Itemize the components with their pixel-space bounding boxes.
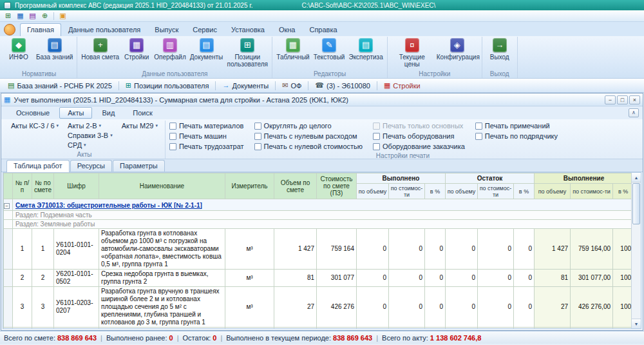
cell[interactable]: 0 — [446, 270, 478, 287]
cell[interactable]: 0 — [425, 287, 446, 328]
print-option-checkbox[interactable]: Печать примечаний — [475, 121, 558, 131]
child-titlebar[interactable]: ▦ Учет выполнения (2025.1 HID_220484133)… — [1, 94, 643, 106]
column-header[interactable]: Объем по смете — [274, 173, 317, 199]
acts-dropdown-button[interactable]: Акты М29▾ — [118, 121, 161, 130]
column-header[interactable]: Наименование — [99, 173, 225, 199]
column-header[interactable]: № по смете — [32, 173, 54, 199]
work-row[interactable]: 11У6101-0101-0204Разработка грунта в кот… — [4, 229, 634, 270]
cell[interactable]: У6201-0101-0502 — [54, 270, 99, 287]
toolbar-button[interactable]: ⊞ — [3, 11, 14, 21]
cell[interactable]: 0 — [514, 287, 535, 328]
doc-tab-1[interactable]: Ресурсы — [70, 160, 112, 172]
print-option-checkbox[interactable]: Печать с нулевой стоимостью — [254, 141, 363, 152]
cell[interactable] — [446, 328, 478, 330]
cell[interactable]: м³ — [225, 270, 274, 287]
menu-tab-2[interactable]: Выпуск — [147, 23, 185, 36]
doc-tab-2[interactable]: Параметры — [113, 160, 165, 172]
shortcut-button[interactable]: →Документы — [218, 81, 272, 91]
print-option-checkbox[interactable]: Печать оборудования — [373, 131, 465, 141]
cell[interactable] — [317, 328, 357, 330]
cell[interactable]: Разработка грунта в котлованах объемом д… — [99, 229, 225, 270]
sub-column-header[interactable]: по стоимос-ти — [389, 184, 425, 199]
shortcut-button[interactable]: ▦Стройки — [380, 81, 424, 91]
sub-column-header[interactable]: по стоимос-ти — [571, 184, 613, 199]
print-option-checkbox[interactable]: Печать материалов — [169, 121, 244, 131]
cell[interactable]: Разработка грунта в котлованах — [99, 328, 225, 330]
cell[interactable]: 0 — [357, 270, 389, 287]
cell[interactable] — [478, 328, 514, 330]
cell[interactable]: 301 077 — [317, 270, 357, 287]
cell[interactable]: 81 — [535, 270, 571, 287]
menu-tab-4[interactable]: Установка — [224, 23, 272, 36]
cell[interactable]: 426 276 — [317, 287, 357, 328]
cell[interactable] — [535, 328, 571, 330]
cell[interactable] — [571, 328, 613, 330]
toolbar-button[interactable]: ▣ — [57, 11, 68, 21]
menu-tab-1[interactable]: Данные пользователя — [61, 23, 147, 36]
print-option-checkbox[interactable]: Печать машин — [169, 131, 244, 141]
cell[interactable]: 100 — [613, 270, 634, 287]
collapse-icon[interactable]: − — [4, 203, 10, 209]
ribbon-button[interactable]: ⊞Позиции пользователя — [225, 37, 270, 68]
app-menu-button[interactable] — [4, 24, 15, 35]
cell[interactable]: 3 — [13, 287, 32, 328]
cell[interactable]: 0 — [357, 287, 389, 328]
column-header[interactable]: № п/п — [13, 173, 32, 199]
cell[interactable]: 426 276,00 — [571, 287, 613, 328]
cell[interactable]: 3 — [32, 287, 54, 328]
menu-tab-3[interactable]: Сервис — [185, 23, 224, 36]
cell[interactable]: 100 — [613, 287, 634, 328]
close-button[interactable]: × — [629, 95, 640, 104]
cell[interactable] — [274, 328, 317, 330]
cell[interactable]: 0 — [478, 229, 514, 270]
ribbon-button[interactable]: ▤Документы — [188, 37, 225, 61]
cell[interactable] — [514, 328, 535, 330]
work-row[interactable]: Разработка грунта в котлованах — [4, 328, 634, 330]
acts-dropdown-button[interactable]: СРД▾ — [64, 140, 116, 150]
acts-dropdown-button[interactable]: Акты КС-3 / 6▾ — [8, 121, 62, 130]
cell[interactable]: 27 — [274, 287, 317, 328]
ribbon-button[interactable]: ▥Оперфайл — [152, 37, 188, 61]
ribbon-button[interactable]: ◈Конфигурация — [435, 37, 480, 61]
scroll-up-icon[interactable]: ▲ — [632, 173, 641, 182]
sub-column-header[interactable]: по объему — [535, 184, 571, 199]
estimate-title-cell[interactable]: Смета Э710013: общестроительные работы -… — [13, 199, 634, 211]
acts-dropdown-button[interactable]: Справки 3-В▾ — [64, 130, 116, 140]
cell[interactable]: 2 — [13, 270, 32, 287]
sub-column-header[interactable]: по стоимос-ти — [478, 184, 514, 199]
cell[interactable] — [425, 328, 446, 330]
cell[interactable]: 1 427 — [535, 229, 571, 270]
ribbon-button[interactable]: ◆ИНФО — [3, 37, 34, 61]
ribbon-button[interactable]: +Новая смета — [79, 37, 121, 61]
print-option-checkbox[interactable]: Печать с нулевым расходом — [254, 131, 363, 141]
cell[interactable]: 759 164,00 — [571, 229, 613, 270]
vertical-scrollbar[interactable]: ▲ ▼ — [631, 173, 641, 328]
cell[interactable] — [225, 328, 274, 330]
cell[interactable] — [389, 328, 425, 330]
minimize-button[interactable]: − — [605, 95, 616, 104]
cell[interactable]: 1 — [13, 229, 32, 270]
cell[interactable]: 0 — [357, 229, 389, 270]
child-tab-0[interactable]: Основные — [8, 107, 58, 119]
cell[interactable]: 0 — [389, 229, 425, 270]
column-header[interactable]: Шифр — [54, 173, 99, 199]
scroll-down-icon[interactable]: ▼ — [632, 319, 641, 328]
cell[interactable]: 0 — [389, 287, 425, 328]
cell[interactable]: 27 — [535, 287, 571, 328]
scrollbar-thumb[interactable] — [632, 183, 640, 224]
cell[interactable]: 1 — [32, 229, 54, 270]
sub-column-header[interactable]: в % — [425, 184, 446, 199]
cell[interactable]: 759 164 — [317, 229, 357, 270]
doc-tab-0[interactable]: Таблица работ — [6, 160, 70, 172]
collapse-ribbon-icon[interactable]: ∧ — [629, 108, 639, 117]
child-tab-2[interactable]: Вид — [93, 107, 123, 119]
cell[interactable]: 0 — [446, 287, 478, 328]
cell[interactable]: м³ — [225, 229, 274, 270]
estimate-link[interactable]: Смета Э710013: общестроительные работы -… — [15, 202, 202, 209]
menu-tab-0[interactable]: Главная — [20, 23, 61, 36]
menu-tab-6[interactable]: Справка — [302, 23, 344, 36]
ribbon-button[interactable]: ✎Текстовый — [312, 37, 347, 61]
cell[interactable]: 100 — [613, 229, 634, 270]
shortcut-button[interactable]: ▤База знаний - РСНБ РК 2025 — [4, 81, 116, 91]
sub-column-header[interactable]: в % — [514, 184, 535, 199]
